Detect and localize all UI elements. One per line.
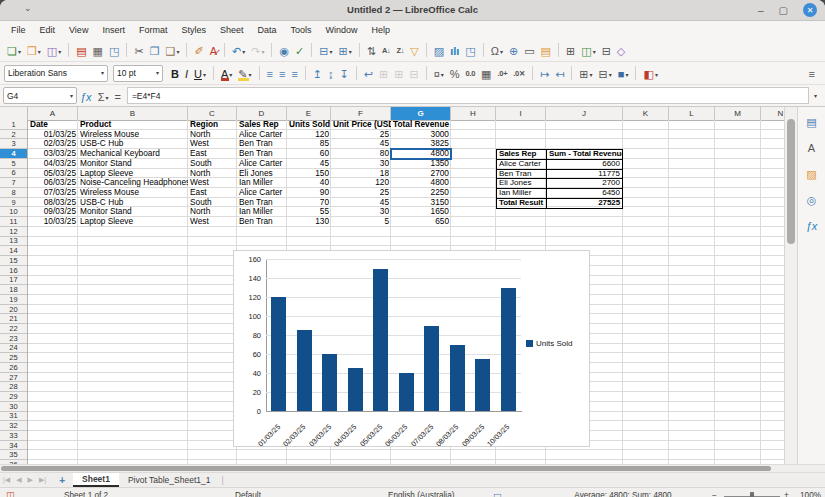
date-format-button[interactable]: ▦ bbox=[479, 65, 493, 81]
currency-format-button[interactable]: ¤▾ bbox=[432, 65, 446, 81]
insert-comment-button[interactable]: ▭ bbox=[522, 42, 536, 58]
menu-view[interactable]: View bbox=[62, 23, 95, 37]
cell[interactable]: Alice Carter bbox=[237, 188, 287, 198]
cell[interactable]: 650 bbox=[391, 217, 451, 227]
conditional-formatting-button[interactable]: ◧▾ bbox=[641, 65, 659, 81]
column-header-E[interactable]: E bbox=[287, 107, 331, 120]
column-header-L[interactable]: L bbox=[669, 107, 715, 120]
border-style-dropdown-icon[interactable]: ▾ bbox=[609, 69, 612, 81]
underline-button[interactable]: U▾ bbox=[192, 65, 208, 81]
sheet-tab-sheet1[interactable]: Sheet1 bbox=[73, 473, 119, 487]
column-header-N[interactable]: N bbox=[761, 107, 784, 120]
increase-indent-button[interactable]: ↦ bbox=[538, 65, 551, 81]
export-pdf-button[interactable]: ▤ bbox=[74, 42, 88, 58]
menu-format[interactable]: Format bbox=[132, 23, 175, 37]
cell[interactable]: 01/03/25 bbox=[28, 130, 78, 140]
print-preview-button[interactable]: ◳ bbox=[107, 42, 121, 58]
column-button[interactable]: ⊞▾ bbox=[337, 42, 354, 58]
cell[interactable]: 70 bbox=[287, 198, 331, 208]
special-character-button[interactable]: Ω▾ bbox=[489, 42, 505, 58]
save-dropdown-icon[interactable]: ▾ bbox=[58, 46, 61, 58]
insert-chart-button[interactable]: ılı bbox=[448, 42, 461, 58]
row-header-31[interactable]: 31 bbox=[0, 412, 27, 422]
cell[interactable]: 3150 bbox=[391, 198, 451, 208]
column-header-A[interactable]: A bbox=[28, 107, 78, 120]
align-bottom-button[interactable]: ↧ bbox=[338, 65, 351, 81]
cell[interactable]: West bbox=[188, 178, 237, 188]
save-status-icon[interactable]: ◫ bbox=[6, 490, 15, 497]
menu-window[interactable]: Window bbox=[319, 23, 365, 37]
split-window-button[interactable]: ⊟ bbox=[600, 42, 613, 58]
cell[interactable]: 120 bbox=[287, 130, 331, 140]
paste-dropdown-icon[interactable]: ▾ bbox=[176, 46, 179, 58]
column-header-G[interactable]: G bbox=[391, 107, 451, 120]
cell[interactable]: Ian Miller bbox=[237, 207, 287, 217]
cell[interactable]: 2250 bbox=[391, 188, 451, 198]
sidebar-tab-properties-icon[interactable]: ▤ bbox=[806, 116, 816, 128]
cell[interactable]: Ben Tran bbox=[237, 198, 287, 208]
number-format-button[interactable]: 0.0 bbox=[464, 65, 478, 81]
cell[interactable]: East bbox=[188, 149, 237, 159]
formula-input[interactable]: =E4*F4 bbox=[127, 87, 809, 104]
sort-descending-button[interactable]: Z↓ bbox=[395, 42, 407, 58]
cell[interactable]: Mechanical Keyboard bbox=[78, 149, 188, 159]
cell[interactable]: South bbox=[188, 159, 237, 169]
sidebar-tab-navigator-icon[interactable]: ◎ bbox=[807, 194, 817, 206]
cell[interactable]: Region bbox=[188, 120, 237, 130]
cell[interactable]: North bbox=[188, 130, 237, 140]
delete-decimal-button[interactable]: .0✕ bbox=[511, 65, 527, 81]
column-header-K[interactable]: K bbox=[623, 107, 669, 120]
cell[interactable]: Alice Carter bbox=[237, 159, 287, 169]
clone-formatting-button[interactable]: ✐ bbox=[192, 42, 205, 58]
spelling-button[interactable]: ✓ bbox=[293, 42, 306, 58]
cell[interactable]: Ian Miller bbox=[237, 178, 287, 188]
row-header-16[interactable]: 16 bbox=[0, 266, 27, 276]
cell[interactable]: South bbox=[188, 198, 237, 208]
cell[interactable]: Date bbox=[28, 120, 78, 130]
row-header-2[interactable]: 2 bbox=[0, 130, 27, 140]
pivot-cell[interactable]: 2700 bbox=[547, 179, 622, 188]
minimize-button[interactable]: – bbox=[758, 4, 764, 17]
borders-button[interactable]: ⊞▾ bbox=[577, 65, 594, 81]
row-header-20[interactable]: 20 bbox=[0, 305, 27, 315]
column-header-C[interactable]: C bbox=[188, 107, 237, 120]
pivot-table[interactable]: Sales RepSum - Total RevenueAlice Carter… bbox=[496, 149, 623, 209]
cell[interactable]: 130 bbox=[287, 217, 331, 227]
cell[interactable]: 3000 bbox=[391, 130, 451, 140]
column-header-B[interactable]: B bbox=[78, 107, 188, 120]
find-replace-button[interactable]: ◉ bbox=[277, 42, 291, 58]
name-box-dropdown-icon[interactable]: ▾ bbox=[70, 90, 73, 102]
highlighting-color-button[interactable]: ✎▾ bbox=[236, 65, 253, 81]
cell[interactable]: 85 bbox=[287, 139, 331, 149]
italic-button[interactable]: I bbox=[183, 65, 190, 81]
selection-mode-icon[interactable]: ▭ bbox=[493, 490, 502, 497]
chart[interactable]: Units Sold 02040608010012014016001/03/25… bbox=[233, 250, 590, 447]
row-header-19[interactable]: 19 bbox=[0, 295, 27, 305]
cell[interactable]: 45 bbox=[287, 159, 331, 169]
cell[interactable]: 55 bbox=[287, 207, 331, 217]
insert-object-button[interactable]: ◳ bbox=[463, 42, 477, 58]
maximize-button[interactable]: ▢ bbox=[779, 4, 788, 17]
column-header-J[interactable]: J bbox=[546, 107, 623, 120]
select-function-dropdown-icon[interactable]: ▾ bbox=[105, 92, 108, 104]
cell[interactable]: 45 bbox=[331, 198, 391, 208]
font-color-dropdown-icon[interactable]: ▾ bbox=[229, 69, 232, 81]
cell[interactable]: 10/03/25 bbox=[28, 217, 78, 227]
row-header-28[interactable]: 28 bbox=[0, 382, 27, 392]
cell[interactable]: Noise-Canceling Headphones bbox=[78, 178, 188, 188]
autofilter-button[interactable]: ▽ bbox=[408, 42, 420, 58]
cell[interactable]: 02/03/25 bbox=[28, 139, 78, 149]
cell[interactable]: West bbox=[188, 217, 237, 227]
cell[interactable]: Laptop Sleeve bbox=[78, 217, 188, 227]
cell[interactable]: 03/03/25 bbox=[28, 149, 78, 159]
cell[interactable]: 4800 bbox=[391, 149, 451, 159]
cell[interactable]: North bbox=[188, 207, 237, 217]
add-decimal-button[interactable]: .0+ bbox=[496, 65, 510, 81]
row-header-27[interactable]: 27 bbox=[0, 373, 27, 383]
wrap-text-button[interactable]: ↩ bbox=[362, 65, 375, 81]
add-sheet-button[interactable]: + bbox=[59, 475, 65, 486]
column-header-H[interactable]: H bbox=[451, 107, 496, 120]
row-header-5[interactable]: 5 bbox=[0, 159, 27, 169]
cell[interactable]: 06/03/25 bbox=[28, 178, 78, 188]
row-header-14[interactable]: 14 bbox=[0, 246, 27, 256]
